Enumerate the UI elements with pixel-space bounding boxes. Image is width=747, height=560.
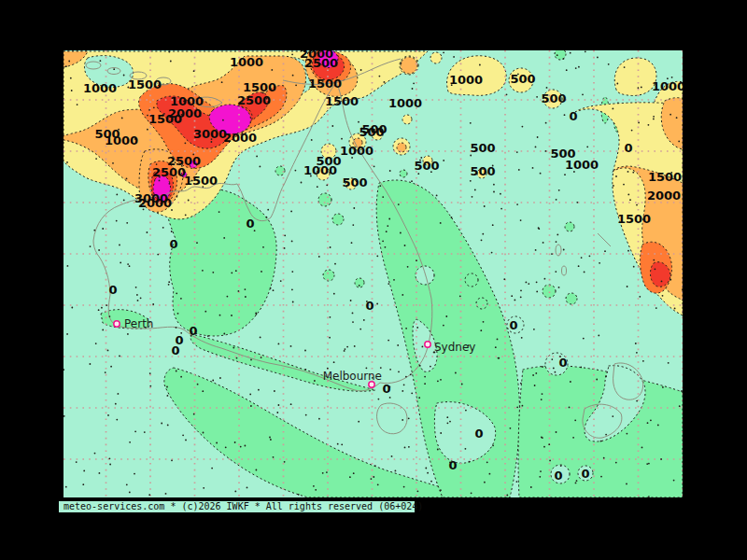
contour-label: 2000 — [138, 196, 172, 210]
contour-label: 0 — [554, 469, 562, 483]
contour-label: 500 — [342, 175, 367, 189]
contour-label: 0 — [189, 324, 197, 338]
contour-label: 1500 — [148, 112, 182, 126]
contour-label: 500 — [414, 159, 439, 173]
contour-label: 0 — [169, 237, 177, 251]
contour-label: 1000 — [388, 96, 422, 110]
contour-label: 2000 — [223, 131, 257, 145]
contour-label: 2500 — [237, 93, 271, 107]
contour-label: 500 — [510, 72, 535, 86]
contour-label: 1500 — [128, 77, 162, 91]
contour-label: 500 — [359, 125, 384, 139]
contour-label: 1500 — [648, 170, 682, 184]
city-label-sydney: Sydney — [434, 341, 475, 354]
attribution-text: meteo-services.com * (c)2026 IWKF * All … — [63, 501, 423, 511]
contour-label: 2000 — [647, 189, 681, 203]
contour-label: 0 — [509, 318, 517, 332]
contour-label: 1000 — [340, 144, 374, 158]
contour-label: 0 — [581, 467, 589, 481]
contour-label: 1000 — [230, 55, 263, 69]
contour-label: 0 — [624, 141, 632, 155]
contour-label: 0 — [382, 382, 390, 396]
city-label-perth: Perth — [124, 317, 153, 330]
contour-label: 0 — [246, 217, 254, 231]
contour-label: 1500 — [184, 174, 218, 188]
contour-label: 0 — [365, 299, 374, 313]
weather-map-page: 1000150010001000200015003000200025001500… — [0, 0, 747, 560]
contour-label: 1500 — [243, 80, 276, 94]
contour-label: 3000 — [193, 127, 227, 141]
contour-label: 2500 — [152, 165, 186, 179]
map-canvas: 1000150010001000200015003000200025001500… — [63, 50, 683, 497]
city-marker-sydney — [425, 342, 430, 347]
contour-label: 0 — [171, 343, 179, 357]
city-marker-perth — [114, 321, 120, 327]
contour-label: 1000 — [449, 73, 483, 87]
contour-label: 2500 — [304, 56, 338, 70]
contour-label: 1000 — [565, 158, 599, 172]
contour-label: 0 — [474, 427, 483, 441]
cape-contour-map: 1000150010001000200015003000200025001500… — [63, 50, 683, 497]
contour-label: 1000 — [303, 163, 337, 177]
contour-label: 1500 — [308, 77, 342, 91]
city-label-melbourne: Melbourne — [323, 370, 382, 383]
contour-label: 0 — [558, 356, 567, 370]
contour-label: 0 — [448, 458, 457, 472]
contour-label: 0 — [108, 283, 117, 297]
contour-label: 500 — [541, 91, 566, 105]
contour-label: 1500 — [325, 94, 359, 108]
contour-label: 500 — [470, 164, 495, 178]
contour-label: 500 — [470, 141, 495, 155]
contour-label: 1000 — [83, 81, 117, 95]
contour-label: 0 — [569, 109, 577, 123]
attribution-bar: meteo-services.com * (c)2026 IWKF * All … — [58, 500, 416, 513]
contour-label: 1500 — [617, 212, 651, 226]
contour-label: 1000 — [105, 133, 138, 147]
contour-label: 1000 — [652, 79, 683, 93]
